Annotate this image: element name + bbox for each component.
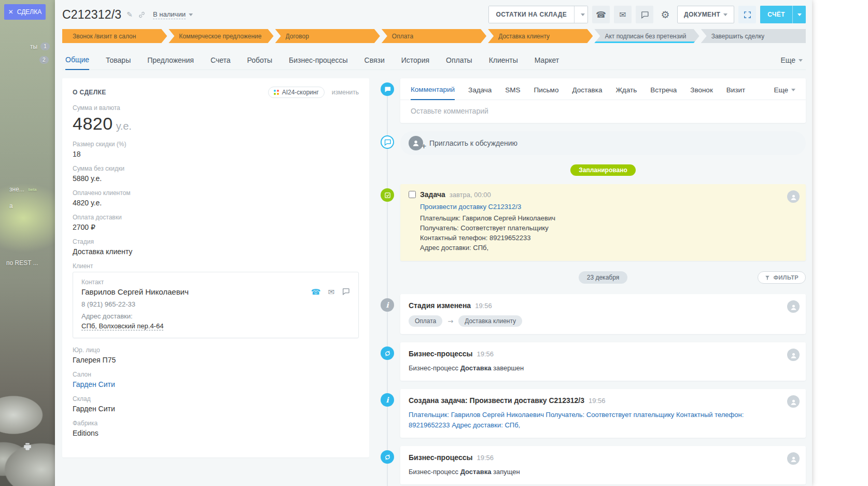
stock-dropdown-button[interactable] <box>574 6 587 23</box>
funnel-icon <box>765 275 771 281</box>
tl-tab-zhdat[interactable]: Ждать <box>615 86 637 100</box>
field-value: 18 <box>73 150 359 158</box>
stage-label: Доставка клиенту <box>498 33 550 40</box>
tl-tabs-more-label: Еще <box>774 86 788 94</box>
stock-button[interactable]: ОСТАТКИ НА СКЛАДЕ <box>489 6 575 23</box>
task-line: Плательщик: Гаврилов Сергей Николаевич <box>420 214 777 224</box>
task-checkbox[interactable] <box>409 191 416 198</box>
tl-tab-zadacha[interactable]: Задача <box>468 86 492 100</box>
deal-sum-value: 4820 <box>73 114 113 133</box>
menu-fragment: 2 <box>39 56 49 64</box>
tl-tab-dostavka[interactable]: Доставка <box>572 86 602 100</box>
avatar <box>787 190 800 203</box>
stage-zavershit[interactable]: Завершить сделку <box>701 29 806 43</box>
planned-badge: Запланировано <box>570 164 636 176</box>
task-link[interactable]: Произвести доставку C212312/3 <box>420 203 521 211</box>
expand-icon[interactable] <box>738 6 756 23</box>
document-button[interactable]: ДОКУМЕНТ <box>677 6 734 23</box>
client-card: Контакт Гаврилов Сергей Николаевич ☎ ✉ 8… <box>73 272 359 338</box>
chat-icon[interactable] <box>636 6 653 23</box>
tab-biznes-processy[interactable]: Бизнес-процессы <box>289 56 347 70</box>
tab-oplaty[interactable]: Оплаты <box>446 56 472 70</box>
tl-tab-vstrecha[interactable]: Встреча <box>650 86 677 100</box>
field-value-link[interactable]: Гарден Сити <box>73 380 359 388</box>
field-value: Editions <box>73 429 359 437</box>
tl-tab-vizit[interactable]: Визит <box>726 86 745 100</box>
tab-predlozheniya[interactable]: Предложения <box>147 56 194 70</box>
avatar <box>787 395 800 408</box>
tab-svyazi[interactable]: Связи <box>365 56 385 70</box>
tab-obshchie[interactable]: Общие <box>65 55 89 70</box>
entry-title: Создана задача: Произвести доставку C212… <box>409 396 584 405</box>
entry-time: 19:56 <box>477 454 494 462</box>
task-line: Получатель: Соответствует плательщику <box>420 224 777 233</box>
edit-title-icon[interactable]: ✎ <box>127 11 133 18</box>
field-legal-entity: Юр. лицо Галерея П75 <box>62 346 369 364</box>
stage-label: Коммерческое предложение <box>179 33 261 40</box>
stage-oplata[interactable]: Оплата <box>382 29 486 43</box>
mail-icon[interactable]: ✉ <box>614 6 632 23</box>
filter-button[interactable]: ФИЛЬТР <box>758 271 806 284</box>
availability-dropdown[interactable]: В наличии <box>153 10 193 19</box>
stage-dostavka[interactable]: Доставка клиенту <box>488 29 593 43</box>
stage-zvonok[interactable]: Звонок /визит в салон <box>62 29 167 43</box>
invoice-button[interactable]: СЧЁТ <box>760 6 792 23</box>
ai-scoring-badge[interactable]: AI24-скоринг <box>268 87 325 98</box>
tab-roboty[interactable]: Роботы <box>247 56 272 70</box>
invite-label: Пригласить к обсуждению <box>429 139 517 147</box>
chat-icon[interactable] <box>342 287 350 297</box>
timeline-invite: + Пригласить к обсуждению <box>400 131 806 155</box>
field-value: 5880 у.е. <box>73 174 359 183</box>
menu-fragment: а <box>9 202 13 210</box>
tab-scheta[interactable]: Счета <box>211 56 231 70</box>
availability-value: В наличии <box>153 10 186 19</box>
comment-input[interactable]: Оставьте комментарий <box>400 100 806 123</box>
business-process-icon <box>381 450 394 464</box>
phone-icon[interactable]: ☎ <box>311 288 321 296</box>
stock-split-button: ОСТАТКИ НА СКЛАДЕ <box>488 6 589 23</box>
tl-tab-sms[interactable]: SMS <box>505 86 520 100</box>
tl-tab-kommentariy[interactable]: Комментарий <box>411 86 455 100</box>
contact-name[interactable]: Гаврилов Сергей Николаевич <box>81 287 189 296</box>
mail-icon[interactable]: ✉ <box>328 288 334 296</box>
edit-deal-link[interactable]: изменить <box>332 89 359 96</box>
tl-tab-pismo[interactable]: Письмо <box>534 86 559 100</box>
tl-tabs-more-dropdown[interactable]: Еще <box>774 86 795 100</box>
stage-dogovor[interactable]: Договор <box>275 29 380 43</box>
entry-body: Бизнес-процесс Доставка запущен <box>409 467 777 477</box>
stage-akt[interactable]: Акт подписан без претензий <box>594 29 699 43</box>
entry-time: 19:56 <box>477 350 494 358</box>
date-separator-row: 23 декабря ФИЛЬТР <box>400 271 806 285</box>
tab-tovary[interactable]: Товары <box>106 56 131 70</box>
field-label: Салон <box>73 371 359 378</box>
invoice-dropdown-button[interactable] <box>792 6 806 23</box>
tab-klienty[interactable]: Клиенты <box>489 56 518 70</box>
deal-title: C212312/3 <box>62 8 121 22</box>
entry-title: Бизнес-процессы <box>409 350 472 358</box>
invite-bar[interactable]: + Пригласить к обсуждению <box>400 131 806 155</box>
entry-time: 19:56 <box>589 397 606 405</box>
tab-market[interactable]: Маркет <box>535 56 559 70</box>
entry-title: Стадия изменена <box>409 301 471 310</box>
stage-change-row: Оплата → Доставка клиенту <box>409 315 777 327</box>
entry-link-body[interactable]: Плательщик: Гаврилов Сергей Николаевич П… <box>409 410 777 431</box>
deal-close-button[interactable]: ✕ СДЕЛКА <box>4 4 46 20</box>
address-value[interactable]: СПб, Волховский пер.4-64 <box>81 322 163 330</box>
tabs-more-dropdown[interactable]: Еще <box>781 56 803 70</box>
info-icon: i <box>381 393 394 407</box>
gear-icon[interactable]: ⚙ <box>657 9 673 20</box>
tl-tab-zvonok[interactable]: Звонок <box>690 86 713 100</box>
business-process-icon <box>381 346 394 360</box>
tab-istoriya[interactable]: История <box>401 56 429 70</box>
entry-card: Бизнес-процессы19:56 Бизнес-процесс Дост… <box>400 342 806 381</box>
tabs-more-label: Еще <box>781 56 796 64</box>
stage-kp[interactable]: Коммерческое предложение <box>169 29 273 43</box>
phone-icon[interactable]: ☎ <box>592 6 610 23</box>
printer-icon[interactable] <box>23 442 32 451</box>
field-paid: Оплачено клиентом 4820 у.е. <box>62 189 369 207</box>
deal-body: О СДЕЛКЕ AI24-скоринг изменить Сумма и в… <box>55 70 812 486</box>
entry-card: Создана задача: Произвести доставку C212… <box>400 389 806 438</box>
menu-fragment-text: зне... <box>9 186 24 193</box>
copy-link-icon[interactable] <box>138 11 146 19</box>
entry-card: Бизнес-процессы19:56 Бизнес-процесс Дост… <box>400 446 806 484</box>
